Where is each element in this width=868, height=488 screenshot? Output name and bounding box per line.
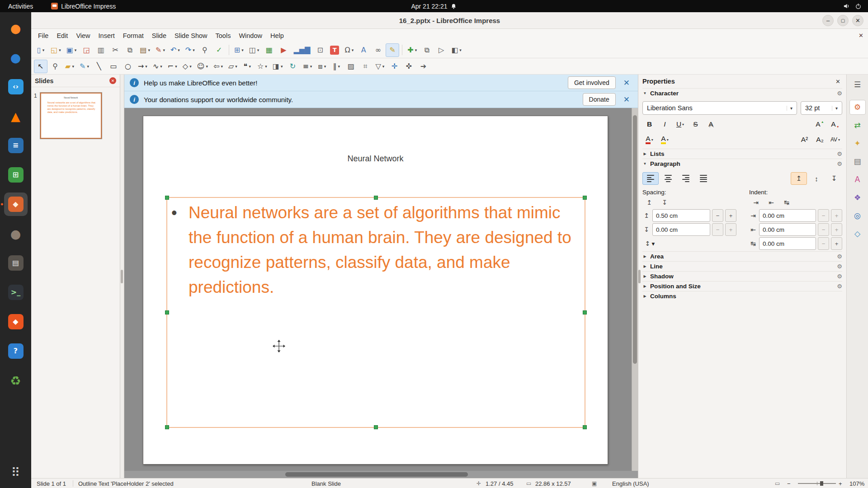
menu-item[interactable]: Format <box>119 30 148 41</box>
vertical-scrollbar[interactable] <box>632 108 638 471</box>
slide-title-text[interactable]: Neural Network <box>143 154 608 164</box>
sidebar-splitter-handle[interactable] <box>638 270 641 283</box>
callouts-tool[interactable]: ❝ ▾ <box>241 60 254 73</box>
arrange-tool[interactable]: ⧈ ▾ <box>315 60 329 73</box>
start-from-first-slide-button[interactable]: ▷ <box>434 43 448 57</box>
dock-app-grid[interactable]: ⠿ <box>4 460 28 484</box>
splitter-handle[interactable] <box>121 270 123 283</box>
properties-deck-tab[interactable]: ⚙ <box>849 100 866 115</box>
increase-indent-button[interactable]: ⇥ <box>749 197 763 208</box>
dock-impress[interactable]: ◆ <box>4 192 28 216</box>
shapes-deck-tab[interactable]: ◇ <box>849 226 866 241</box>
dock-terminal[interactable]: >_ <box>4 281 28 304</box>
sidebar-close-button[interactable]: ✕ <box>834 77 842 86</box>
collapsed-section-header[interactable]: ▶ Area ⚙ <box>642 251 842 261</box>
undo-button[interactable]: ↶ ▾ <box>168 43 182 57</box>
zoom-out-button[interactable]: − <box>787 480 791 487</box>
superscript-button[interactable]: A² <box>797 133 811 146</box>
distribute-tool[interactable]: ∥ ▾ <box>330 60 343 73</box>
insert-text-box-button[interactable]: T <box>328 43 341 57</box>
menu-item[interactable]: Tools <box>212 30 235 41</box>
dock-software[interactable]: ◆ <box>4 310 28 333</box>
selection-handle[interactable] <box>165 310 169 314</box>
stepper-minus-button[interactable]: − <box>818 209 829 222</box>
rotate-tool[interactable]: ↻ <box>286 60 299 73</box>
spelling-button[interactable]: ✓ <box>212 43 226 57</box>
insert-chart-button[interactable]: ▂▅▇ <box>291 43 312 57</box>
stepper-plus-button[interactable]: + <box>725 223 736 236</box>
insert-line-tool[interactable]: ╲ <box>92 60 106 73</box>
flowchart-tool[interactable]: ▱ ▾ <box>226 60 240 73</box>
close-button[interactable]: ✕ <box>852 15 863 26</box>
character-section-header[interactable]: ▼ Character ⚙ <box>642 88 842 98</box>
navigator-deck-tab[interactable]: ◎ <box>849 208 866 223</box>
menu-item[interactable]: Slide <box>148 30 170 41</box>
dock-vlc[interactable]: ▲ <box>4 104 28 128</box>
selection-handle[interactable] <box>374 196 378 200</box>
slide-thumbnail[interactable]: Neural Network Neural networks are a set… <box>40 93 102 139</box>
dropdown-arrow-icon[interactable]: ▾ <box>787 106 793 111</box>
menu-item[interactable]: File <box>34 30 52 41</box>
menu-item[interactable]: Edit <box>52 30 72 41</box>
animation-deck-tab[interactable]: ✦ <box>849 136 866 151</box>
dock-gimp[interactable]: ● <box>4 222 28 245</box>
master-slides-deck-tab[interactable]: ▤ <box>849 154 866 169</box>
filter-tool[interactable]: ▽ ▾ <box>373 60 387 73</box>
paragraph-settings-icon[interactable]: ⚙ <box>837 160 842 167</box>
above-paragraph-spacing-field[interactable]: 0.50 cm <box>652 209 710 222</box>
increase-font-size-button[interactable]: A <box>813 118 827 131</box>
selection-handle[interactable] <box>374 425 378 429</box>
horizontal-scrollbar-thumb[interactable] <box>285 472 468 477</box>
window-titlebar[interactable]: 16_2.pptx - LibreOffice Impress – ▢ ✕ <box>31 12 868 29</box>
below-paragraph-spacing-field[interactable]: 0.00 cm <box>652 223 710 236</box>
center-vertically-button[interactable]: ↕ <box>808 172 825 185</box>
clock-menu[interactable]: Apr 21 22:21 <box>411 3 457 10</box>
basic-shapes-tool[interactable]: ◇ ▾ <box>180 60 194 73</box>
slide-body-text[interactable]: Neural networks are a set of algorithms … <box>189 200 586 300</box>
increase-paragraph-spacing-button[interactable]: ↥ <box>642 197 656 208</box>
section-settings-icon[interactable]: ⚙ <box>837 283 842 290</box>
clone-formatting-button[interactable]: ✎ ▾ <box>153 43 167 57</box>
italic-button[interactable]: I <box>658 118 672 131</box>
save-button[interactable]: ▣ ▾ <box>64 43 79 57</box>
ellipse-tool[interactable]: ○ <box>121 60 135 73</box>
zoom-fit-icon[interactable]: ▭ <box>775 480 780 487</box>
align-left-button[interactable] <box>642 172 659 185</box>
character-spacing-button[interactable]: AV▾ <box>828 133 842 146</box>
insert-image-button[interactable]: ▦ <box>262 43 276 57</box>
before-text-indent-field[interactable]: 0.00 cm <box>759 209 816 222</box>
crop-tool[interactable]: ⌗ <box>359 60 372 73</box>
dock-help[interactable]: ? <box>4 339 28 363</box>
section-settings-icon[interactable]: ⚙ <box>837 273 842 280</box>
fill-color-tool[interactable]: ▰ ▾ <box>63 60 76 73</box>
paste-button[interactable]: ▤ ▾ <box>137 43 152 57</box>
menu-item[interactable]: Help <box>266 30 288 41</box>
lists-settings-icon[interactable]: ⚙ <box>837 150 842 157</box>
slide-layout-button[interactable]: ◧ ▾ <box>449 43 464 57</box>
collapsed-section-header[interactable]: ▶ Position and Size ⚙ <box>642 281 842 291</box>
dock-updater[interactable]: ♻ <box>4 369 28 392</box>
infobar-close-icon[interactable]: ✕ <box>621 78 632 88</box>
interaction-tool[interactable]: ➔ <box>416 60 430 73</box>
symbol-shapes-tool[interactable]: ☺ ▾ <box>195 60 210 73</box>
export-pdf-button[interactable]: ◲ <box>80 43 93 57</box>
align-objects-tool[interactable]: ≡ ▾ <box>300 60 314 73</box>
activities-button[interactable]: Activities <box>8 3 33 10</box>
horizontal-scrollbar[interactable] <box>124 471 638 478</box>
stepper-plus-button[interactable]: + <box>831 209 842 222</box>
3d-objects-tool[interactable]: ◨ ▾ <box>270 60 285 73</box>
section-settings-icon[interactable]: ⚙ <box>837 253 842 260</box>
menu-item[interactable]: Window <box>235 30 266 41</box>
insert-audio-video-button[interactable]: ▶ <box>277 43 290 57</box>
menu-item[interactable]: Insert <box>94 30 119 41</box>
duplicate-slide-button[interactable]: ⧉ <box>420 43 434 57</box>
insert-object-button[interactable]: ⊡ <box>313 43 327 57</box>
character-settings-icon[interactable]: ⚙ <box>837 90 842 97</box>
selection-handle[interactable] <box>583 196 587 200</box>
slides-panel-close-button[interactable]: ✕ <box>109 77 116 84</box>
slide-canvas[interactable]: Neural Network • Neural networks are a s… <box>143 116 608 465</box>
shadow-tool[interactable]: ▨ <box>344 60 358 73</box>
zoom-slider-thumb[interactable] <box>820 481 823 486</box>
slide-transition-deck-tab[interactable]: ⇄ <box>849 118 866 133</box>
font-name-combobox[interactable]: Liberation Sans ▾ <box>642 101 797 115</box>
